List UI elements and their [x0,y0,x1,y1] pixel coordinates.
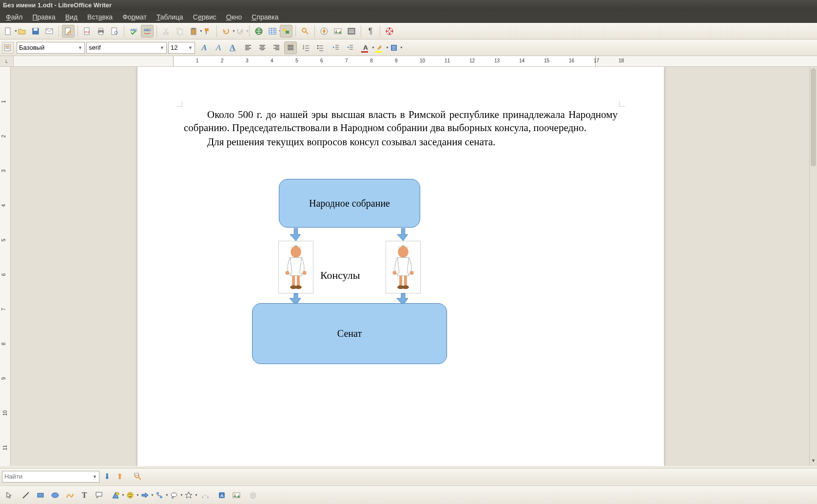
navigator-button[interactable] [318,25,331,38]
svg-rect-69 [160,496,162,498]
italic-button[interactable]: A [212,41,225,54]
find-input[interactable] [4,473,92,480]
callouts-tool[interactable]: ▼ [168,489,180,502]
find-replace-button[interactable] [133,471,143,482]
rectangle-tool[interactable] [34,489,47,502]
scroll-down-button[interactable]: ▼ [810,458,817,466]
insert-table-button[interactable]: ▼ [266,25,279,38]
svg-rect-54 [404,276,407,287]
horizontal-ruler[interactable]: 123456789101112131415161718 [14,56,817,66]
select-tool[interactable] [3,489,16,502]
paragraph-2[interactable]: Для решения текущих вопросов консул созы… [184,136,618,149]
align-right-button[interactable] [270,41,283,54]
flowchart-tool[interactable]: ▼ [153,489,166,502]
bold-button[interactable]: A [198,41,211,54]
consul-image-left[interactable] [278,241,313,293]
find-button[interactable] [299,25,311,38]
paragraph-style-combo[interactable]: ▼ [17,42,85,54]
svg-rect-46 [297,276,300,287]
bullet-list-button[interactable] [314,41,327,54]
page-content[interactable]: Около 500 г. до нашей эры высшая власть … [184,108,618,150]
font-size-combo[interactable]: ▼ [168,42,195,54]
align-left-button[interactable] [242,41,254,54]
menu-file[interactable]: Файл [2,12,26,22]
paragraph-1[interactable]: Около 500 г. до нашей эры высшая власть … [184,108,618,135]
find-next-button[interactable]: ⬇ [101,471,112,482]
spellcheck-button[interactable]: ABC [127,25,140,38]
nonprinting-button[interactable]: ¶ [364,25,377,38]
ellipse-tool[interactable] [49,489,61,502]
new-doc-button[interactable]: ▼ [2,25,15,38]
find-combo[interactable]: ▼ [2,471,99,483]
line-tool[interactable] [19,489,32,502]
font-name-input[interactable] [89,44,159,51]
help-button[interactable] [383,25,396,38]
callout-tool[interactable] [93,489,105,502]
menu-tools[interactable]: Сервис [189,12,220,22]
underline-button[interactable]: A [226,41,239,54]
menu-view[interactable]: Вид [61,12,81,22]
print-preview-button[interactable] [108,25,121,38]
mail-button[interactable] [43,25,56,38]
diagram-box-senat[interactable]: Сенат [252,303,447,364]
scroll-thumb[interactable] [811,69,816,166]
export-pdf-button[interactable]: PDF [81,25,94,38]
paragraph-style-input[interactable] [19,44,77,51]
insert-image-tool[interactable] [230,489,243,502]
extrusion-tool[interactable] [247,489,259,502]
gallery-button[interactable] [331,25,344,38]
vertical-scrollbar[interactable]: ▲ ▼ [809,67,817,466]
redo-button[interactable]: ▼ [233,25,246,38]
block-arrows-tool[interactable]: ▼ [138,489,151,502]
menu-edit[interactable]: Правка [28,12,59,22]
highlight-button[interactable]: ▼ [373,41,386,54]
paragraph-bg-button[interactable]: ▼ [388,41,400,54]
symbol-shapes-tool[interactable]: ▼ [124,489,136,502]
consuls-label[interactable]: Консулы [320,269,360,282]
find-prev-button[interactable]: ⬆ [114,471,125,482]
align-center-button[interactable] [256,41,269,54]
paste-button[interactable]: ▼ [187,25,200,38]
fontwork-tool[interactable]: A [215,489,228,502]
basic-shapes-tool[interactable]: ▼ [109,489,122,502]
menu-table[interactable]: Таблица [153,12,187,22]
menu-format[interactable]: Формат [118,12,151,22]
align-justify-button[interactable] [284,41,297,54]
stars-tool[interactable]: ▼ [182,489,195,502]
svg-point-57 [392,271,396,275]
menu-help[interactable]: Справка [248,12,282,22]
page[interactable]: Около 500 г. до нашей эры высшая власть … [137,67,664,466]
hyperlink-button[interactable] [253,25,265,38]
menu-window[interactable]: Окно [222,12,246,22]
svg-rect-73 [207,497,209,498]
svg-point-70 [171,493,177,497]
points-tool[interactable] [199,489,212,502]
datasources-button[interactable] [345,25,358,38]
font-name-combo[interactable]: ▼ [86,42,167,54]
open-button[interactable] [16,25,28,38]
tab-stop-corner[interactable]: L [0,56,14,66]
textbox-tool[interactable]: T [78,489,91,502]
numbered-list-button[interactable]: 12 [300,41,312,54]
freeform-tool[interactable] [63,489,76,502]
autospell-button[interactable]: ABC [141,25,154,38]
format-paintbrush-button[interactable] [201,25,214,38]
edit-mode-button[interactable] [62,25,75,38]
svg-point-49 [285,271,289,275]
font-size-input[interactable] [171,44,187,51]
vertical-ruler[interactable]: 1234567891011 [0,67,11,466]
show-draw-button[interactable] [280,25,292,38]
increase-indent-button[interactable] [344,41,356,54]
decrease-indent-button[interactable] [330,41,342,54]
menu-insert[interactable]: Вставка [83,12,117,22]
undo-button[interactable]: ▼ [220,25,233,38]
print-button[interactable] [95,25,107,38]
save-button[interactable] [29,25,42,38]
font-color-button[interactable]: A▼ [359,41,372,54]
cut-button[interactable] [160,25,173,38]
copy-button[interactable] [174,25,186,38]
consul-image-right[interactable] [386,241,421,293]
document-scroll[interactable]: Около 500 г. до нашей эры высшая власть … [11,67,809,466]
diagram-box-narodnoye[interactable]: Народное собрание [279,179,420,228]
styles-button[interactable] [2,42,14,54]
